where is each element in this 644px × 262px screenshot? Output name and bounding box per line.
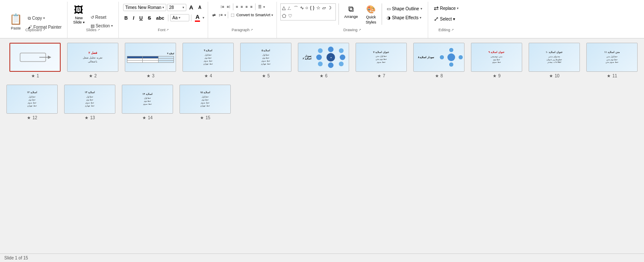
clipboard-group: 📋 Paste ⧉ Copy ▾ 🖌 Format Painter <box>3 2 68 38</box>
shape-outline-button[interactable]: ▭ Shape Outline ▾ <box>385 5 424 12</box>
slide-item-3[interactable]: اسلاید ۳ <box>125 43 176 78</box>
select-button[interactable]: ⤢ Select ▾ <box>432 14 458 24</box>
pentagon-shape[interactable]: ⬠ <box>282 13 287 19</box>
crescent-shape[interactable]: ☽ <box>327 5 332 12</box>
slide-item-15[interactable]: اسلاید ۱۵ خط اولخط دومخط سومخط چهارم ★ 1… <box>179 85 231 120</box>
increase-font-button[interactable]: A <box>187 3 195 12</box>
convert-smartart-label[interactable]: Convert to SmartArt <box>236 13 271 17</box>
font-name-dropdown[interactable]: Times New Roman ▾ <box>123 4 166 11</box>
arrange-button[interactable]: ⧉ Arrange <box>341 3 361 20</box>
slide-thumb-5[interactable]: اسلاید ۵ خط اولخط دومخط سومخط چهارم <box>240 43 291 72</box>
select-icon: ⤢ <box>434 15 439 22</box>
parallelogram-shape[interactable]: ▱ <box>322 5 326 12</box>
editing-expand-icon[interactable]: ↗ <box>451 28 454 32</box>
slide-info-14: ★ 14 <box>142 115 153 120</box>
slide-item-7[interactable]: عنوان اسلاید ۷ خط اول متنخط دوم متنخط سو… <box>356 43 407 78</box>
slide-item-12[interactable]: اسلاید ۱۲ خط اولخط دومخط سومخط چهارم ★ 1… <box>6 85 58 120</box>
slide-item-10[interactable]: عنوان اسلاید ۱۰ محتوای متنیخطوط زیر عنوا… <box>529 43 580 78</box>
decrease-font-button[interactable]: A <box>196 4 203 11</box>
slide-content-9: عنوان اسلاید ۹ متن توضیحیخط دومخط سوم <box>487 49 506 65</box>
slide-thumb-8[interactable]: نمودار اسلاید ۸ <box>413 43 465 72</box>
reset-button[interactable]: ↺ Reset <box>88 14 115 21</box>
slide-number-11: 11 <box>612 74 617 78</box>
slides-expand-icon[interactable]: ↗ <box>97 28 100 32</box>
align-text-right-icon[interactable]: ≡⁝ <box>226 4 231 9</box>
heart-shape[interactable]: ♡ <box>288 13 293 19</box>
slide-item-5[interactable]: اسلاید ۵ خط اولخط دومخط سومخط چهارم ★ 5 <box>240 43 291 78</box>
shadow-button[interactable]: abc <box>154 15 166 21</box>
slide-item-8[interactable]: نمودار اسلاید ۸ ★ 8 <box>413 43 465 78</box>
slide-number-7: 7 <box>383 74 385 78</box>
align-text-left-icon[interactable]: ⁝≡ <box>220 4 225 9</box>
slide-item-6[interactable]: نمودار اسلاید ۶ ● <box>298 43 349 78</box>
star-icon-14: ★ <box>142 115 146 120</box>
slide-thumb-3[interactable]: اسلاید ۳ <box>125 43 176 72</box>
slide-thumb-11[interactable]: متن اسلاید ۱۱ خط اول متنخط دوم متنخط سوم… <box>586 43 638 72</box>
slide-thumb-2[interactable]: فصل ۲ تجربه تحليل شغلبا شغالی <box>67 43 118 72</box>
align-center-icon[interactable]: ≡ <box>240 4 244 9</box>
replace-button[interactable]: ⇄ Replace ▾ <box>432 3 461 13</box>
select-label: Select ▾ <box>440 17 456 21</box>
slide-item-4[interactable]: اسلاید ۴ خط اولخط دومخط سومخط چهارم ★ 4 <box>182 43 234 78</box>
new-slide-button[interactable]: 🖼 New Slide ▾ <box>71 3 87 38</box>
slide-item-1[interactable]: ★ 1 <box>9 43 61 78</box>
quick-styles-button[interactable]: 🎨 Quick Styles <box>363 3 379 26</box>
ribbon: 📋 Paste ⧉ Copy ▾ 🖌 Format Painter <box>0 0 644 38</box>
strikethrough-button[interactable]: S <box>146 15 153 21</box>
line-shape[interactable]: ㄥ <box>287 5 292 12</box>
convert-smartart-icon[interactable]: ⬚ <box>230 12 235 18</box>
slide-thumb-4[interactable]: اسلاید ۴ خط اولخط دومخط سومخط چهارم <box>182 43 234 72</box>
font-sep <box>168 15 168 21</box>
bold-button[interactable]: B <box>122 15 130 21</box>
slide-info-1: ★ 1 <box>31 74 39 78</box>
copy-button[interactable]: ⧉ Copy ▾ <box>26 15 64 22</box>
slide-thumb-12[interactable]: اسلاید ۱۲ خط اولخط دومخط سومخط چهارم <box>6 85 58 114</box>
align-text-icon[interactable]: ↕≡ <box>218 12 223 18</box>
star-icon-6: ★ <box>320 74 323 78</box>
text-direction-icon[interactable]: ⇄ <box>212 12 217 18</box>
slide-content-14: اسلاید ۱۴ خط اولخط دومخط سوم <box>141 91 154 108</box>
triangle-shape[interactable]: △ <box>282 5 286 12</box>
paragraph-expand-icon[interactable]: ↗ <box>250 28 253 32</box>
star-icon-5: ★ <box>262 74 266 78</box>
star-shape[interactable]: ☆ <box>316 5 321 12</box>
align-justify-icon[interactable]: ≡ <box>249 4 253 9</box>
slide-item-13[interactable]: اسلاید ۱۳ خط اولخط دومخط سومخط چهارم ★ 1… <box>64 85 115 120</box>
copy-icon: ⧉ <box>28 16 31 21</box>
clipboard-expand-icon[interactable]: ↗ <box>43 28 45 32</box>
align-right-icon[interactable]: ≡ <box>244 4 248 9</box>
slide-thumb-13[interactable]: اسلاید ۱۳ خط اولخط دومخط سومخط چهارم <box>64 85 115 114</box>
underline-button[interactable]: U <box>137 15 145 21</box>
shape-effects-button[interactable]: ◑ Shape Effects ▾ <box>385 14 424 21</box>
columns-icon[interactable]: ☰ <box>257 4 262 9</box>
slide-thumb-1[interactable] <box>9 43 61 72</box>
slide-thumb-7[interactable]: عنوان اسلاید ۷ خط اول متنخط دوم متنخط سو… <box>356 43 407 72</box>
font-color-button[interactable]: A <box>193 13 202 23</box>
svg-marker-2 <box>48 56 51 59</box>
bracket-shape[interactable]: { } <box>309 5 315 12</box>
align-left-icon[interactable]: ≡ <box>235 4 239 9</box>
wave-shape[interactable]: ∿ <box>300 5 304 12</box>
slide-thumb-10[interactable]: عنوان اسلاید ۱۰ محتوای متنیخطوط زیر عنوا… <box>529 43 580 72</box>
drawing-sep2 <box>382 3 382 25</box>
drawing-expand-icon[interactable]: ↗ <box>359 28 361 32</box>
slide-content-5: اسلاید ۵ خط اولخط دومخط سومخط چهارم <box>259 47 272 67</box>
slide-thumb-9[interactable]: عنوان اسلاید ۹ متن توضیحیخط دومخط سوم <box>471 43 522 72</box>
font-size-dropdown[interactable]: 28 ▾ <box>167 4 186 11</box>
circle-shape[interactable]: ○ <box>305 5 309 12</box>
star-icon-2: ★ <box>89 74 93 78</box>
slide-thumb-15[interactable]: اسلاید ۱۵ خط اولخط دومخط سومخط چهارم <box>179 85 231 114</box>
slide-item-14[interactable]: اسلاید ۱۴ خط اولخط دومخط سوم ★ 14 <box>122 85 173 120</box>
paragraph-row2: ⇄ ↕≡ ▾ ⬚ Convert to SmartArt ▾ <box>212 12 273 18</box>
slide-item-9[interactable]: عنوان اسلاید ۹ متن توضیحیخط دومخط سوم ★ … <box>471 43 522 78</box>
font-expand-icon[interactable]: ↗ <box>166 28 169 32</box>
italic-button[interactable]: I <box>131 15 136 21</box>
slide-item-11[interactable]: متن اسلاید ۱۱ خط اول متنخط دوم متنخط سوم… <box>586 43 638 78</box>
slide-item-2[interactable]: فصل ۲ تجربه تحليل شغلبا شغالی ★ 2 <box>67 43 118 78</box>
change-case-dropdown[interactable]: Aa ▾ <box>170 14 189 21</box>
slide-thumb-6[interactable]: نمودار اسلاید ۶ ● <box>298 43 349 72</box>
arc-shape[interactable]: ⌒ <box>293 5 299 12</box>
slide-thumb-14[interactable]: اسلاید ۱۴ خط اولخط دومخط سوم <box>122 85 173 114</box>
shape-effects-icon: ◑ <box>387 15 391 20</box>
slide-number-13: 13 <box>90 115 95 120</box>
